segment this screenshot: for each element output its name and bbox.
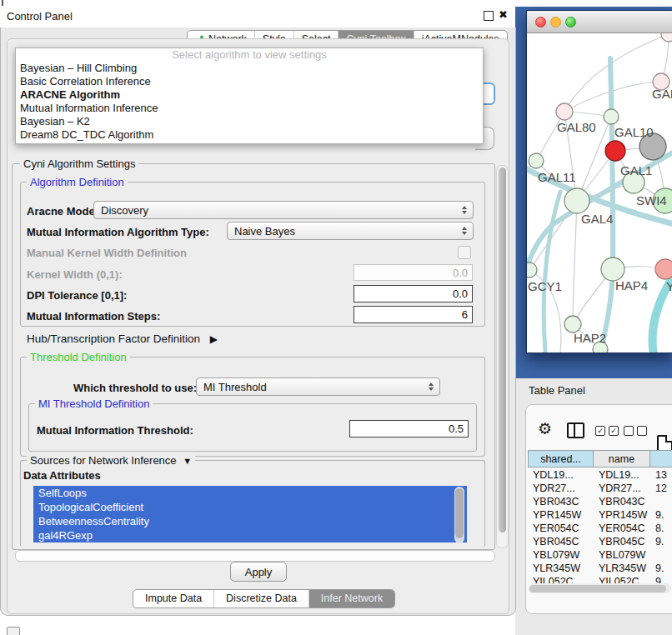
select-all-checkboxes-icon[interactable]: ✓ ✓: [595, 426, 619, 436]
data-attributes-list[interactable]: SelfLoops TopologicalCoefficient Between…: [33, 486, 467, 544]
dpi-tolerance-input[interactable]: 0.0: [354, 285, 473, 302]
tab-impute-data[interactable]: Impute Data: [133, 590, 213, 608]
mi-threshold-input[interactable]: 0.5: [349, 420, 469, 438]
node-hap4[interactable]: [601, 258, 624, 281]
mi-type-label: Mutual Information Algorithm Type:: [27, 226, 209, 238]
dropdown-prompt: Select algorithm to view settings: [16, 48, 483, 62]
close-icon[interactable]: ✖: [499, 8, 508, 21]
table-row[interactable]: YER054C YER054C 8.: [528, 522, 672, 535]
node-red-selected[interactable]: [605, 141, 625, 161]
scrollbar-thumb[interactable]: [455, 488, 464, 538]
node-label: GAL4: [581, 212, 613, 226]
node-label: GAL80: [557, 120, 596, 134]
columns-icon[interactable]: [567, 422, 584, 438]
sources-group-title[interactable]: Sources for Network Inference ▼: [27, 454, 195, 467]
column-header-partial[interactable]: A: [650, 450, 672, 468]
list-item-selected[interactable]: TopologicalCoefficient: [33, 500, 467, 514]
dropdown-item[interactable]: Bayesian – K2: [16, 115, 483, 128]
node-label: SWI4: [636, 193, 667, 208]
mi-type-select[interactable]: Naive Bayes: [227, 222, 474, 240]
float-window-icon[interactable]: [484, 11, 494, 21]
deselect-all-checkboxes-icon[interactable]: [624, 426, 647, 436]
column-header-shared[interactable]: shared...: [528, 450, 594, 468]
dropdown-item[interactable]: Bayesian – Hill Climbing: [16, 62, 483, 75]
table-row[interactable]: YDR27... YDR27... 12: [528, 482, 672, 495]
cell: YPR145W: [528, 508, 594, 522]
network-canvas[interactable]: GAL GAL80 GAL10 GAL11 GAL1 SWI4 GAL4 GCY…: [527, 33, 672, 352]
cell: 9.: [650, 535, 672, 548]
minimize-traffic-light-icon[interactable]: [550, 17, 561, 28]
aracne-mode-select[interactable]: Discovery: [93, 201, 474, 219]
unchecked-box-icon: [624, 426, 634, 436]
close-traffic-light-icon[interactable]: [535, 17, 546, 28]
clipped-artifact: [2, 0, 3, 6]
node-gal11[interactable]: [529, 153, 544, 168]
algorithm-dropdown-list[interactable]: Select algorithm to view settings Bayesi…: [15, 48, 484, 144]
table-row[interactable]: YBR045C YBR045C 9.: [528, 535, 672, 548]
column-header-name[interactable]: name: [594, 450, 650, 468]
cell: YDL19...: [594, 468, 650, 482]
cell: YBR045C: [594, 535, 650, 548]
gear-icon[interactable]: ⚙: [538, 419, 552, 438]
node-label: GCY1: [528, 279, 562, 293]
cell: YDL19...: [528, 468, 594, 482]
kernel-width-input[interactable]: 0.0: [354, 264, 473, 281]
cell: YER054C: [594, 522, 650, 535]
dropdown-item-selected[interactable]: ARACNE Algorithm: [16, 88, 483, 102]
table-body[interactable]: YDL19... YDL19... 13 YDR27... YDR27... 1…: [528, 468, 672, 585]
node-gcy1[interactable]: [527, 262, 537, 278]
list-item-selected[interactable]: SelfLoops: [33, 486, 467, 500]
expand-arrow-icon[interactable]: ▶: [210, 333, 218, 345]
cell: YBR043C: [528, 495, 594, 508]
network-view-window[interactable]: GAL GAL80 GAL10 GAL11 GAL1 SWI4 GAL4 GCY…: [526, 10, 672, 353]
list-item-selected[interactable]: BetweennessCentrality: [33, 514, 467, 528]
table-header-row: shared... name A: [528, 450, 672, 468]
kernel-width-label: Kernel Width (0,1):: [27, 268, 123, 281]
list-item-selected[interactable]: gal4RGexp: [33, 528, 467, 542]
which-threshold-select[interactable]: MI Threshold: [196, 378, 440, 396]
sources-title-label: Sources for Network Inference: [30, 454, 177, 467]
node-label: GAL10: [614, 125, 654, 139]
selected-value: Naive Bayes: [234, 225, 295, 238]
tab-infer-network[interactable]: Infer Network: [308, 590, 394, 608]
node-y-partial[interactable]: [655, 259, 672, 279]
cell: YPR145W: [594, 508, 650, 522]
hub-definition-label: Hub/Transcription Factor Definition: [27, 332, 200, 345]
zoom-traffic-light-icon[interactable]: [565, 17, 576, 28]
dropdown-item[interactable]: Mutual Information Inference: [16, 102, 483, 115]
node-gal4[interactable]: [564, 188, 589, 213]
settings-horizontal-scrollbar[interactable]: [15, 550, 495, 562]
network-window-titlebar[interactable]: [527, 11, 672, 33]
table-row[interactable]: YLR345W YLR345W 9.: [528, 562, 672, 575]
apply-button[interactable]: Apply: [230, 562, 287, 582]
table-row[interactable]: YBR043C YBR043C: [528, 495, 672, 508]
list-vertical-scrollbar[interactable]: [454, 487, 464, 543]
stepper-icon: [462, 206, 467, 214]
scrollbar-thumb[interactable]: [499, 168, 506, 532]
node-partial-top[interactable]: [661, 33, 672, 42]
tab-discretize-data[interactable]: Discretize Data: [213, 590, 308, 608]
node-gal10[interactable]: [604, 109, 619, 124]
table-row[interactable]: YBL079W YBL079W: [528, 548, 672, 562]
node-gal80[interactable]: [556, 103, 573, 120]
cell: 9.: [650, 508, 672, 522]
table-row[interactable]: YDL19... YDL19... 13: [528, 468, 672, 482]
scrollbar-thumb[interactable]: [529, 585, 666, 592]
table-horizontal-scrollbar[interactable]: [528, 583, 671, 593]
collapse-arrow-icon[interactable]: ▼: [183, 456, 192, 466]
cell: YBL079W: [594, 548, 650, 562]
node-hap2[interactable]: [564, 316, 581, 332]
table-panel-title: Table Panel: [529, 384, 585, 397]
settings-vertical-scrollbar[interactable]: [496, 165, 509, 548]
manual-kernel-checkbox[interactable]: [458, 246, 471, 259]
cell: YER054C: [528, 522, 594, 535]
clipped-window-icon[interactable]: [7, 627, 20, 635]
dropdown-item[interactable]: Basic Correlation Inference: [16, 75, 483, 88]
cell: [650, 495, 672, 508]
table-row[interactable]: YPR145W YPR145W 9.: [528, 508, 672, 522]
stepper-icon: [462, 227, 467, 235]
dropdown-item[interactable]: Dream8 DC_TDC Algorithm: [16, 128, 483, 142]
mi-steps-input[interactable]: 6: [354, 306, 473, 323]
mi-threshold-title: MI Threshold Definition: [35, 398, 153, 410]
hub-definition-toggle[interactable]: Hub/Transcription Factor Definition ▶: [27, 332, 218, 345]
